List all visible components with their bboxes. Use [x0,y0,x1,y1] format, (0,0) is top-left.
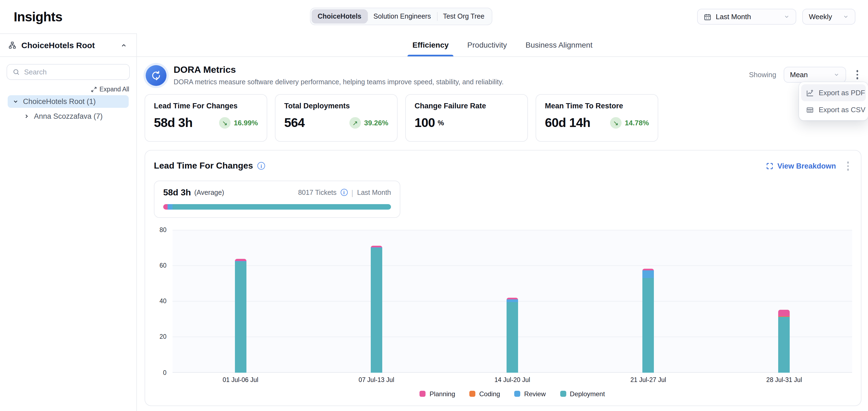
page-title: Insights [14,9,62,24]
y-tick-label: 60 [159,262,166,269]
metric-card-value: 564 [284,115,305,130]
bar-slot-1 [173,230,308,372]
x-axis-label: 21 Jul-27 Jul [580,376,716,383]
trend-badge: ↗39.26% [349,117,388,129]
dora-titles: DORA Metrics DORA metrics measure softwa… [174,65,503,86]
chart-legend: PlanningCodingReviewDeployment [173,390,852,399]
section-actions: View Breakdown [767,159,852,173]
metric-card-value: 100 [414,115,435,130]
x-axis-label: 14 Jul-20 Jul [444,376,580,383]
expand-all-button[interactable]: Expand All [91,86,129,93]
phase-progress-bar [163,204,391,209]
bar-segment-planning [778,310,790,316]
x-axis-label: 01 Jul-06 Jul [173,376,308,383]
x-axis-label: 28 Jul-31 Jul [716,376,852,383]
legend-label: Deployment [570,390,605,398]
expand-all-icon [91,86,97,92]
menu-item-export-as-pdf[interactable]: Export as PDF [801,84,866,101]
metric-card-value-row: 60d 14h↘14.78% [545,115,649,130]
tab-efficiency[interactable]: Efficiency [411,33,450,56]
menu-item-export-as-csv[interactable]: Export as CSV [801,101,866,118]
org-tab-choicehotels[interactable]: ChoiceHotels [312,9,368,24]
y-tick-label: 40 [159,298,166,304]
insights-app: Insights ChoiceHotelsSolution EngineersT… [0,0,868,411]
stacked-bar-14-jul-20-jul[interactable] [506,298,518,372]
org-switcher: ChoiceHotelsSolution EngineersTest Org T… [310,8,492,25]
view-breakdown-button[interactable]: View Breakdown [767,162,836,170]
search-box [7,64,130,80]
period-label: Last Month [357,189,391,196]
trend-value: 14.78% [625,119,649,127]
bar-segment-deployment [371,248,382,372]
y-tick-label: 20 [159,334,166,340]
stacked-bar-28-jul-31-jul[interactable] [778,310,790,372]
metric-card-total-deployments: Total Deployments564↗39.26% [275,94,398,142]
lead-time-section-header: Lead Time For Changes i View Breakdown [154,159,852,173]
refresh-cycle-icon [151,70,161,81]
metric-card-title: Change Failure Rate [414,102,519,110]
chart-line-plus-icon [806,89,814,97]
tree-row-label: ChoiceHotels Root (1) [23,97,96,106]
metric-card-change-failure-rate: Change Failure Rate100% [405,94,528,142]
time-range-select[interactable]: Last Month [697,9,796,25]
showing-label: Showing [749,71,776,79]
average-label: (Average) [194,189,224,196]
org-tab-test-org-tree[interactable]: Test Org Tree [437,9,490,24]
info-icon[interactable]: i [257,162,265,170]
tree-row-label: Anna Scozzafava (7) [34,112,103,121]
top-header: Insights ChoiceHotelsSolution EngineersT… [0,0,868,33]
legend-item-coding: Coding [469,390,500,398]
dora-controls: Showing Mean [749,67,861,83]
dora-title: DORA Metrics [174,65,503,75]
legend-label: Review [524,390,546,398]
granularity-value: Weekly [809,12,838,21]
sidebar: ChoiceHotels Root Expand [0,33,137,411]
stacked-bar-21-jul-27-jul[interactable] [642,269,654,372]
chevron-down-icon [833,72,839,78]
y-axis: 020406080 [154,230,173,372]
stacked-bar-07-jul-13-jul[interactable] [371,246,382,372]
tree-row-choicehotels-root-1[interactable]: ChoiceHotels Root (1) [8,95,129,108]
chevron-down-icon[interactable] [12,99,19,105]
time-range-value: Last Month [716,12,779,21]
legend-swatch [514,391,520,397]
tree-row-anna-scozzafava-7[interactable]: Anna Scozzafava (7) [19,110,129,123]
metric-cards: Lead Time For Changes58d 3h↘16.99%Total … [145,94,861,142]
showing-select[interactable]: Mean [783,67,846,83]
average-meta: 8017 Tickets i | Last Month [298,188,391,197]
showing-value: Mean [790,71,829,79]
metric-card-mean-time-to-restore: Mean Time To Restore60d 14h↘14.78% [535,94,658,142]
chevron-down-icon [784,14,790,20]
legend-label: Planning [430,390,455,398]
legend-label: Coding [479,390,500,398]
section-title: Lead Time For Changes i [154,161,265,171]
org-tab-solution-engineers[interactable]: Solution Engineers [368,9,437,24]
bar-slot-5 [716,230,852,372]
bar-segment-deployment [642,278,654,373]
sidebar-collapse-button[interactable] [119,41,128,49]
metric-card-value: 60d 14h [545,115,590,130]
trend-down-arrow-icon: ↘ [219,117,230,129]
legend-swatch [560,391,566,397]
org-tree-icon [8,41,17,49]
table-icon [806,106,814,113]
search-input[interactable] [24,68,124,76]
progress-segment-review [168,204,173,209]
bar-slot-3 [444,230,580,372]
tab-productivity[interactable]: Productivity [466,33,508,56]
dora-description: DORA metrics measure software delivery p… [174,78,503,86]
x-axis-labels: 01 Jul-06 Jul07 Jul-13 Jul14 Jul-20 Jul2… [173,376,852,383]
tab-business-alignment[interactable]: Business Alignment [524,33,593,56]
expand-corners-icon [767,163,774,170]
dora-kebab-menu-button[interactable] [853,68,861,82]
stacked-bar-01-jul-06-jul[interactable] [235,259,246,372]
chart-kebab-menu-button[interactable] [844,159,852,173]
tickets-info-icon[interactable]: i [340,189,347,196]
average-value: 58d 3h [163,187,191,197]
menu-item-label: Export as CSV [819,106,866,114]
bar-segment-deployment [235,261,246,372]
trend-badge: ↘14.78% [610,117,649,129]
chevron-right-icon[interactable] [24,113,30,119]
chevron-up-icon [121,42,127,48]
granularity-select[interactable]: Weekly [802,9,856,25]
